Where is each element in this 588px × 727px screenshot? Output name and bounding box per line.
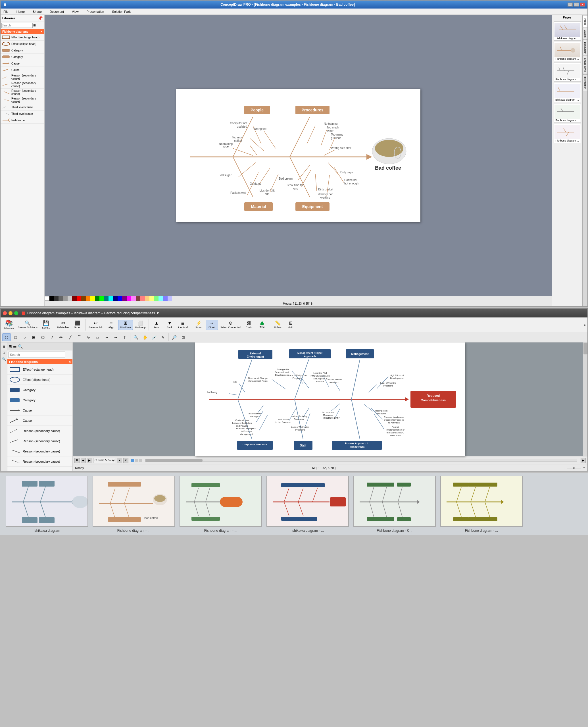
color-swatch-green-dark[interactable] — [95, 296, 100, 301]
lib-item-reason-1[interactable]: Reason (secondary cause) — [1, 73, 44, 81]
color-swatch-orange[interactable] — [86, 296, 90, 301]
more-tools-btn[interactable]: » — [584, 323, 586, 326]
color-swatch-lightgray[interactable] — [63, 296, 68, 301]
back-btn[interactable]: ▼ Back — [163, 320, 176, 330]
nav-pause-btn[interactable]: ⏸ — [75, 458, 80, 463]
close-library-icon[interactable]: × — [41, 29, 43, 34]
color-swatch-tan[interactable] — [145, 296, 149, 301]
color-swatch-blue[interactable] — [118, 296, 122, 301]
lib-item-effect-rect[interactable]: Effect (rectange head) — [1, 34, 44, 41]
page-thumb-2[interactable]: Fishbone diagram ... — [554, 42, 581, 61]
bottom-lib-effect-ellipse[interactable]: Effect (ellipse head) — [7, 375, 72, 385]
list-view-icon[interactable]: ☰ — [33, 24, 36, 27]
thumb-2[interactable]: Bad coffee Fishbone diagram - ... — [92, 476, 175, 532]
spline-tool[interactable]: ∿ — [84, 334, 92, 341]
bottom-lib-reason-1[interactable]: Reason (secondary cause) — [7, 426, 72, 436]
tab-behaviour[interactable]: Behaviour — [583, 40, 587, 56]
lib-item-cause-2[interactable]: Cause — [1, 67, 44, 73]
ungroup-btn[interactable]: ⬜ UnGroup — [133, 320, 147, 330]
bad-coffee-diagram[interactable]: Bad coffee People — [176, 89, 420, 222]
bottom-lib-cause-2[interactable]: Cause — [7, 416, 72, 426]
thumb-4[interactable]: Ishikawa diagram - ... — [267, 476, 349, 532]
tree-btn[interactable]: 🌲 Tree — [256, 320, 269, 329]
dropdown-arrow-icon[interactable]: ▼ — [156, 311, 160, 315]
bezier-tool[interactable]: ⌣ — [102, 334, 111, 341]
smart-btn[interactable]: ⚡ Smart — [193, 320, 205, 330]
page-thumb-1[interactable]: Ishikawa diagram — [554, 21, 581, 41]
nav-next-btn[interactable]: ▶ — [87, 458, 92, 463]
pencil-tool-2[interactable]: ✎ — [159, 334, 167, 341]
grid-view-icon[interactable]: ⊞ — [8, 344, 12, 349]
zoom-down-btn[interactable]: ▼ — [123, 458, 128, 463]
distribute-btn[interactable]: ⊞ Distribute — [118, 320, 133, 330]
save-btn[interactable]: 💾 Save... — [40, 320, 52, 330]
menu-shape[interactable]: Shape — [31, 9, 43, 14]
pen-tool[interactable]: ✏ — [57, 334, 65, 341]
page-scroll-thumb[interactable] — [146, 459, 203, 462]
zoom-in-tool[interactable]: 🔍 — [131, 334, 140, 341]
zoom-out-tool[interactable]: 🔎 — [170, 334, 178, 341]
rulers-btn[interactable]: 📏 Rulers — [272, 320, 284, 330]
color-swatch-red[interactable] — [77, 296, 81, 301]
arc-tool[interactable]: ⌓ — [93, 334, 102, 341]
eyedropper-tool[interactable]: 💉 — [150, 334, 158, 341]
lib-item-category-2[interactable]: Category — [1, 54, 44, 60]
lib-item-cause-1[interactable]: Cause — [1, 60, 44, 67]
tab-pages[interactable]: Pages — [583, 16, 587, 27]
tab-layers[interactable]: Layers — [583, 28, 587, 40]
bottom-lib-reason-2[interactable]: Reason (secondary cause) — [7, 436, 72, 446]
bottom-lib-reason-3[interactable]: Reason (secondary cause) — [7, 446, 72, 457]
close-button[interactable]: × — [580, 3, 585, 6]
fullscreen-icon[interactable] — [14, 311, 18, 315]
color-swatch-red-dark[interactable] — [72, 296, 77, 301]
menu-presentation[interactable]: Presentation — [85, 9, 106, 14]
lib-item-effect-ellipse[interactable]: Effect (ellipse head) — [1, 41, 44, 47]
thumb-5[interactable]: Fishbone diagram - C... — [353, 476, 436, 532]
color-swatch-purple-dark[interactable] — [122, 296, 127, 301]
color-swatch-sky[interactable] — [163, 296, 168, 301]
libraries-btn[interactable]: 📚 Libraries — [2, 319, 16, 330]
color-swatch-cyan[interactable] — [108, 296, 113, 301]
thumb-1[interactable]: Ishikawa diagram — [6, 476, 88, 532]
table-tool[interactable]: ⊟ — [29, 334, 38, 341]
reverse-link-btn[interactable]: ↩ Reverse link — [87, 320, 105, 330]
arrow-tool[interactable]: → — [111, 334, 120, 341]
page-thumb-6[interactable]: Fishbone diagram ... — [554, 124, 581, 143]
zoom-fit-tool[interactable]: ⊡ — [179, 334, 188, 341]
zoom-slider[interactable]: ——●—— — [567, 466, 581, 469]
color-swatch-lime[interactable] — [154, 296, 159, 301]
right-scrollbar[interactable] — [583, 342, 587, 456]
lt-btn-search[interactable]: 🔍 — [1, 356, 7, 362]
color-swatch-orange-dark[interactable] — [81, 296, 86, 301]
page-dot-1[interactable] — [131, 459, 134, 462]
bottom-lib-category-1[interactable]: Category — [7, 385, 72, 395]
lib-item-reason-3[interactable]: Reason (secondary cause) — [1, 89, 44, 96]
color-swatch-aqua[interactable] — [159, 296, 163, 301]
maximize-button[interactable]: □ — [574, 3, 579, 6]
color-swatch-purple[interactable] — [127, 296, 131, 301]
color-swatch-gray[interactable] — [59, 296, 63, 301]
lt-btn-1[interactable]: ⊞ — [1, 344, 7, 349]
color-swatch-pink[interactable] — [131, 296, 136, 301]
ellipse-tool[interactable]: ○ — [20, 334, 29, 341]
lib-item-fish-frame[interactable]: Fish frame — [1, 117, 44, 124]
thumb-3[interactable]: Fishbone diagram - ... — [180, 476, 262, 532]
pin-icon[interactable]: 📌 — [38, 16, 43, 20]
delete-link-btn[interactable]: ✂ Delete link — [56, 320, 71, 330]
tab-information[interactable]: Information — [583, 75, 587, 91]
tab-shape-style[interactable]: Shape Style — [583, 56, 587, 74]
chain-btn[interactable]: ⛓ Chain — [243, 320, 255, 330]
select-tool[interactable]: ⬡ — [2, 334, 11, 341]
lib-item-category-1[interactable]: Category — [1, 47, 44, 54]
color-swatch-coral[interactable] — [140, 296, 145, 301]
curve-tool[interactable]: ⌒ — [75, 334, 84, 341]
sidebar-search-icon[interactable]: 🔍 — [18, 344, 23, 349]
direct-btn[interactable]: → Direct — [206, 320, 218, 330]
align-btn[interactable]: ≡ Align — [105, 320, 118, 330]
page-thumb-4[interactable]: Ishikawa diagram -... — [554, 83, 581, 102]
menu-document[interactable]: Document — [48, 9, 66, 14]
bottom-search-input[interactable] — [8, 351, 65, 358]
color-swatch-blue-dark[interactable] — [113, 296, 118, 301]
scroll-thumb[interactable] — [584, 343, 587, 355]
zoom-plus-icon[interactable]: + — [583, 466, 585, 470]
